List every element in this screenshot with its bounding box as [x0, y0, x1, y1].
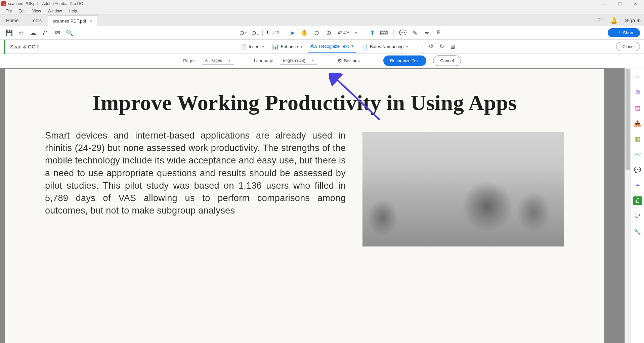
caret-down-icon: ▼ [311, 59, 314, 62]
rotate-right-icon[interactable]: ↻ [437, 42, 446, 51]
zoom-level: 42.4% [336, 31, 351, 35]
hand-icon[interactable]: ✋ [299, 28, 309, 38]
more-tools-icon[interactable]: 🔧 [633, 227, 642, 236]
signature-icon[interactable]: ✒ [422, 28, 432, 38]
gear-icon: ⚙ [337, 58, 342, 64]
star-icon[interactable]: ☆ [16, 28, 26, 38]
language-select[interactable]: English (US) ▼ [280, 57, 317, 65]
settings-button[interactable]: ⚙ Settings [337, 58, 360, 64]
comment-icon[interactable]: 💬 [398, 28, 408, 38]
search-icon[interactable]: 🔍 [65, 28, 75, 38]
vertical-scrollbar[interactable] [625, 68, 631, 343]
enhance-button[interactable]: 📊 Enhance ▼ [269, 41, 306, 52]
language-label: Language [254, 58, 273, 63]
app-icon: A [1, 1, 6, 6]
document-area: Improve Working Productivity in Using Ap… [0, 68, 644, 343]
zoom-in-icon[interactable]: ⊕ [324, 28, 334, 38]
delete-icon[interactable]: 🗑 [448, 42, 458, 51]
caret-down-icon: ▼ [406, 45, 409, 48]
separator [393, 29, 394, 37]
close-window-button[interactable]: ✕ [631, 1, 640, 6]
maximize-button[interactable]: ☐ [615, 1, 625, 6]
cloud-icon[interactable]: ☁ [28, 28, 38, 38]
caret-down-icon: ▼ [351, 44, 354, 48]
zoom-out-icon[interactable]: ⊖ [311, 28, 321, 38]
comment-tool-icon[interactable]: 💬 [633, 165, 642, 174]
document-tab-label: scanned PDF.pdf [53, 18, 86, 24]
highlight-icon[interactable]: ✎ [410, 28, 420, 38]
stamp-icon[interactable]: ⎘ [434, 28, 444, 38]
menu-edit[interactable]: Edit [15, 8, 29, 14]
menu-bar: File Edit View Window Help [0, 7, 644, 15]
menu-view[interactable]: View [29, 8, 44, 14]
close-tab-icon[interactable]: × [89, 18, 92, 24]
tab-home[interactable]: Home [0, 15, 25, 26]
bates-numbering-button[interactable]: 📑 Bates Numbering ▼ [358, 41, 411, 52]
fill-sign-icon[interactable]: ✒ [633, 181, 642, 190]
bates-icon: 📑 [361, 43, 368, 50]
cancel-button[interactable]: Cancel [433, 55, 461, 66]
window-controls: — ☐ ✕ [600, 1, 643, 6]
menu-window[interactable]: Window [44, 8, 66, 14]
share-label: Share [623, 30, 635, 35]
rotate-left-icon[interactable]: ↺ [427, 42, 435, 51]
pages-label: Pages [183, 58, 196, 63]
close-button[interactable]: Close [616, 42, 640, 51]
sub-toolbar-right: Close [616, 42, 640, 51]
insert-label: Insert [249, 44, 260, 49]
share-user-icon: 👤⁺ [613, 30, 621, 35]
recognize-text-button[interactable]: Aᴀ Recognize Text ▼ [308, 41, 356, 53]
insert-page-icon: 📄 [240, 43, 247, 50]
pages-select[interactable]: All Pages ▼ [202, 57, 234, 65]
cursor-icon[interactable]: ➤ [287, 28, 297, 38]
tab-tools[interactable]: Tools [25, 15, 48, 26]
document-paragraph: Smart devices and internet-based applica… [45, 129, 346, 246]
protect-icon[interactable]: 🛡 [633, 212, 642, 221]
document-image [362, 132, 564, 246]
document-tab[interactable]: scanned PDF.pdf × [48, 15, 97, 26]
bell-icon[interactable]: 🔔 [610, 17, 617, 24]
tab-row-right: ?⃝ 🔔 Sign In [597, 15, 641, 26]
export-pdf-icon[interactable]: 📤 [633, 119, 642, 128]
minimize-button[interactable]: — [600, 1, 609, 6]
send-icon[interactable]: 📨 [633, 150, 642, 159]
organize-icon[interactable]: ▦ [633, 135, 642, 143]
fit-width-icon[interactable]: ⬍ [367, 28, 377, 38]
scan-ocr-tools: 📄 Insert ▼ 📊 Enhance ▼ Aᴀ Recognize Text… [237, 41, 458, 52]
enhance-label: Enhance [281, 44, 298, 49]
page-down-icon[interactable]: ⊙↓ [250, 28, 260, 38]
crop-icon[interactable]: ⬚ [415, 42, 425, 51]
mail-icon[interactable]: ✉ [52, 28, 62, 38]
menu-file[interactable]: File [2, 8, 15, 14]
zoom-dropdown-icon[interactable]: ▼ [353, 31, 359, 35]
menu-help[interactable]: Help [66, 8, 81, 14]
bates-label: Bates Numbering [370, 44, 403, 49]
save-icon[interactable]: 💾 [4, 28, 14, 38]
create-pdf-icon[interactable]: 📄 [633, 73, 642, 81]
page-up-icon[interactable]: ⊙↑ [238, 28, 248, 38]
insert-button[interactable]: 📄 Insert ▼ [237, 41, 267, 52]
recognize-text-action-button[interactable]: Recognize Text [383, 55, 427, 66]
separator [283, 29, 283, 37]
pdf-page: Improve Working Productivity in Using Ap… [5, 69, 604, 343]
scan-ocr-tool-icon[interactable]: 🖨 [633, 196, 642, 205]
settings-label: Settings [344, 58, 360, 63]
pages-select-value: All Pages [205, 58, 222, 63]
combine-icon[interactable]: ⧉ [633, 88, 642, 97]
page-number-input[interactable] [262, 30, 272, 36]
enhance-icon: 📊 [272, 43, 279, 50]
share-button[interactable]: 👤⁺ Share [608, 28, 640, 37]
edit-pdf-icon[interactable]: ▤ [633, 104, 642, 112]
separator [363, 29, 363, 37]
fit-page-icon[interactable]: ⌨ [379, 28, 389, 38]
scrollbar-thumb[interactable] [626, 69, 630, 170]
scan-ocr-title: Scan & OCR [10, 44, 39, 49]
sign-in-link[interactable]: Sign In [625, 17, 641, 23]
print-icon[interactable]: 🖨 [40, 28, 50, 38]
caret-down-icon: ▼ [300, 45, 303, 48]
document-title: Improve Working Productivity in Using Ap… [5, 69, 604, 129]
help-icon[interactable]: ?⃝ [597, 17, 603, 24]
document-viewport[interactable]: Improve Working Productivity in Using Ap… [0, 68, 625, 343]
language-select-value: English (US) [283, 58, 305, 63]
page-total-label: / 2 [274, 31, 279, 35]
